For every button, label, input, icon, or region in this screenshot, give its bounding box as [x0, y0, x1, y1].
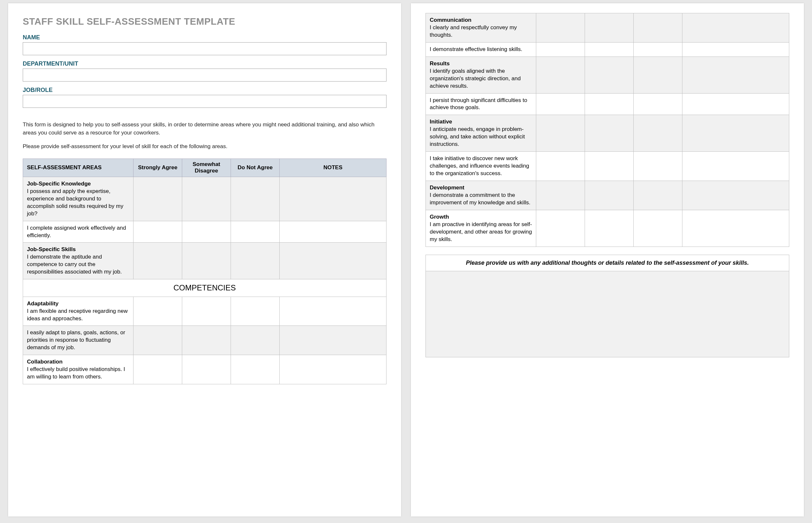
rating-cell[interactable] — [133, 296, 182, 326]
notes-cell[interactable] — [682, 42, 789, 56]
table-row: I take initiative to discover new work c… — [426, 152, 789, 181]
rating-cell[interactable] — [231, 296, 280, 326]
rating-cell[interactable] — [182, 221, 231, 243]
assessment-table-continued: CommunicationI clearly and respectfully … — [425, 13, 789, 247]
notes-cell[interactable] — [682, 115, 789, 152]
rating-cell[interactable] — [231, 243, 280, 279]
rating-cell[interactable] — [634, 56, 682, 93]
row-desc: I anticipate needs, engage in problem-so… — [430, 126, 532, 148]
rating-cell[interactable] — [585, 115, 634, 152]
rating-cell[interactable] — [133, 326, 182, 355]
rating-cell[interactable] — [585, 93, 634, 115]
additional-thoughts-heading: Please provide us with any additional th… — [426, 255, 789, 271]
rating-cell[interactable] — [182, 243, 231, 279]
page-1: STAFF SKILL SELF-ASSESSMENT TEMPLATE NAM… — [8, 3, 401, 517]
rating-cell[interactable] — [634, 93, 682, 115]
rating-cell[interactable] — [536, 181, 585, 210]
area-cell: ResultsI identify goals aligned with the… — [426, 56, 536, 93]
area-cell: I demonstrate effective listening skills… — [426, 42, 536, 56]
section-row: COMPETENCIES — [23, 279, 387, 296]
rating-cell[interactable] — [634, 181, 682, 210]
row-title: Growth — [430, 213, 532, 221]
notes-cell[interactable] — [682, 210, 789, 247]
notes-cell[interactable] — [682, 56, 789, 93]
row-title: Communication — [430, 17, 532, 24]
rating-cell[interactable] — [231, 221, 280, 243]
rating-cell[interactable] — [585, 13, 634, 42]
header-notes: NOTES — [280, 159, 387, 177]
table-row: GrowthI am proactive in identifying area… — [426, 210, 789, 247]
rating-cell[interactable] — [536, 210, 585, 247]
rating-cell[interactable] — [536, 93, 585, 115]
row-desc: I demonstrate effective listening skills… — [430, 46, 532, 53]
notes-cell[interactable] — [280, 326, 387, 355]
rating-cell[interactable] — [634, 42, 682, 56]
rating-cell[interactable] — [585, 42, 634, 56]
rating-cell[interactable] — [182, 296, 231, 326]
table-row: ResultsI identify goals aligned with the… — [426, 56, 789, 93]
notes-cell[interactable] — [682, 93, 789, 115]
job-label: JOB/ROLE — [23, 87, 387, 93]
row-title: Collaboration — [27, 358, 129, 366]
table-row: I easily adapt to plans, goals, actions,… — [23, 326, 387, 355]
rating-cell[interactable] — [133, 177, 182, 221]
rating-cell[interactable] — [536, 115, 585, 152]
area-cell: I easily adapt to plans, goals, actions,… — [23, 326, 133, 355]
notes-cell[interactable] — [682, 13, 789, 42]
notes-cell[interactable] — [682, 181, 789, 210]
row-desc: I persist through significant difficulti… — [430, 97, 532, 112]
table-row: InitiativeI anticipate needs, engage in … — [426, 115, 789, 152]
name-input[interactable] — [23, 42, 387, 55]
row-desc: I identify goals aligned with the organi… — [430, 68, 532, 90]
rating-cell[interactable] — [182, 177, 231, 221]
rating-cell[interactable] — [585, 152, 634, 181]
table-row: Job-Specific SkillsI demonstrate the apt… — [23, 243, 387, 279]
rating-cell[interactable] — [634, 152, 682, 181]
rating-cell[interactable] — [536, 42, 585, 56]
rating-cell[interactable] — [585, 210, 634, 247]
notes-cell[interactable] — [280, 221, 387, 243]
rating-cell[interactable] — [182, 326, 231, 355]
rating-cell[interactable] — [536, 13, 585, 42]
rating-cell[interactable] — [182, 355, 231, 384]
intro-p2: Please provide self-assessment for your … — [23, 143, 387, 151]
area-cell: CommunicationI clearly and respectfully … — [426, 13, 536, 42]
rating-cell[interactable] — [133, 221, 182, 243]
rating-cell[interactable] — [231, 177, 280, 221]
table-row: AdaptabilityI am flexible and receptive … — [23, 296, 387, 326]
area-cell: GrowthI am proactive in identifying area… — [426, 210, 536, 247]
area-cell: InitiativeI anticipate needs, engage in … — [426, 115, 536, 152]
rating-cell[interactable] — [133, 243, 182, 279]
rating-cell[interactable] — [634, 210, 682, 247]
job-input[interactable] — [23, 95, 387, 108]
dept-input[interactable] — [23, 69, 387, 82]
rating-cell[interactable] — [634, 115, 682, 152]
rating-cell[interactable] — [133, 355, 182, 384]
area-cell: I take initiative to discover new work c… — [426, 152, 536, 181]
rating-cell[interactable] — [231, 326, 280, 355]
rating-cell[interactable] — [585, 181, 634, 210]
table-header-row: SELF-ASSESSMENT AREAS Strongly Agree Som… — [23, 159, 387, 177]
rating-cell[interactable] — [634, 13, 682, 42]
area-cell: DevelopmentI demonstrate a commitment to… — [426, 181, 536, 210]
notes-cell[interactable] — [280, 243, 387, 279]
area-cell: Job-Specific SkillsI demonstrate the apt… — [23, 243, 133, 279]
additional-thoughts-body — [426, 271, 789, 357]
section-label: COMPETENCIES — [23, 279, 387, 296]
row-title: Job-Specific Knowledge — [27, 180, 129, 188]
rating-cell[interactable] — [536, 56, 585, 93]
rating-cell[interactable] — [536, 152, 585, 181]
notes-cell[interactable] — [280, 355, 387, 384]
row-desc: I am flexible and receptive regarding ne… — [27, 308, 129, 323]
notes-cell[interactable] — [682, 152, 789, 181]
rating-cell[interactable] — [231, 355, 280, 384]
area-cell: I persist through significant difficulti… — [426, 93, 536, 115]
header-areas: SELF-ASSESSMENT AREAS — [23, 159, 133, 177]
rating-cell[interactable] — [585, 56, 634, 93]
notes-cell[interactable] — [280, 177, 387, 221]
additional-thoughts-input[interactable] — [426, 271, 789, 356]
notes-cell[interactable] — [280, 296, 387, 326]
additional-thoughts-box: Please provide us with any additional th… — [425, 255, 789, 357]
row-desc: I demonstrate a commitment to the improv… — [430, 192, 532, 206]
intro-text: This form is designed to help you to sel… — [23, 121, 387, 151]
